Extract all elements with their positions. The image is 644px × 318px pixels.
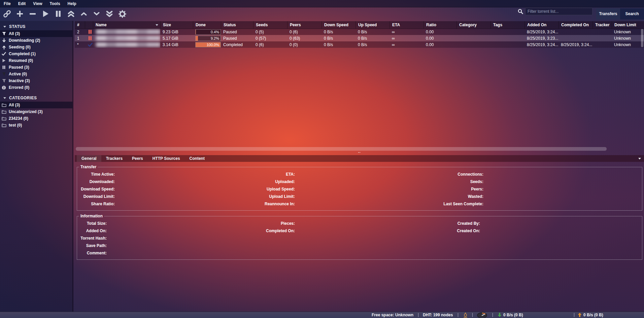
download-speed-text: 0 B/s (0 B) xyxy=(503,313,523,317)
sidebar-status-errored-0[interactable]: Errored (0) xyxy=(0,84,72,91)
column-header-state[interactable] xyxy=(85,21,93,29)
sidebar-status-completed-1[interactable]: Completed (1) xyxy=(0,50,72,57)
menu-bar: FileEditViewToolsHelp xyxy=(0,0,644,7)
column-header-label: Down Limit xyxy=(614,23,636,27)
column-header-label: Done xyxy=(196,23,206,27)
double-chevron-down-icon xyxy=(106,10,113,17)
sidebar-category-234234-0[interactable]: 234234 (0) xyxy=(0,115,72,122)
top-priority-button[interactable] xyxy=(67,9,75,18)
column-header-down-limit[interactable]: Down Limit xyxy=(612,21,644,29)
detail-tab-content[interactable]: Content xyxy=(185,155,209,162)
sidebar-category-all-3[interactable]: All (3) xyxy=(0,102,72,108)
bottom-priority-button[interactable] xyxy=(105,9,114,18)
sidebar-item-label: Resumed (0) xyxy=(9,58,33,63)
increase-priority-button[interactable] xyxy=(79,9,88,18)
column-header-up-speed[interactable]: Up Speed xyxy=(355,21,389,29)
column-header-seeds[interactable]: Seeds xyxy=(253,21,287,29)
field-label: Uploaded: xyxy=(255,179,295,184)
global-upload-speed[interactable]: 0 B/s (0 B) xyxy=(578,313,603,317)
sidebar-item-label: Downloading (2) xyxy=(9,38,40,43)
menu-edit[interactable]: Edit xyxy=(14,1,30,7)
field-label: Download Speed: xyxy=(77,187,115,191)
column-header-[interactable]: # xyxy=(75,21,85,29)
column-header-down-speed[interactable]: Down Speed xyxy=(321,21,355,29)
torrent-row[interactable]: *3.14 GiB100.0%Completed0 (6)0 (0)0 B/s0… xyxy=(75,41,644,48)
column-header-done[interactable]: Done xyxy=(193,21,221,29)
column-header-completed-on[interactable]: Completed On xyxy=(558,21,592,29)
field-label: Wasted: xyxy=(443,194,483,199)
menu-file[interactable]: File xyxy=(0,1,14,7)
detail-tab-trackers[interactable]: Trackers xyxy=(101,155,127,162)
folder-icon xyxy=(1,123,6,128)
add-torrent-button[interactable] xyxy=(15,9,24,18)
pause-icon xyxy=(54,10,62,18)
information-legend: Information xyxy=(79,214,104,218)
decrease-priority-button[interactable] xyxy=(92,9,101,18)
column-header-label: Completed On xyxy=(561,23,589,27)
chevron-down-icon xyxy=(93,10,100,17)
column-header-label: Size xyxy=(163,23,171,27)
global-download-speed[interactable]: 0 B/s (0 B) xyxy=(498,313,523,317)
filter-torrent-input[interactable] xyxy=(525,8,592,15)
menu-tools[interactable]: Tools xyxy=(46,1,64,7)
column-header-ratio[interactable]: Ratio xyxy=(423,21,456,29)
torrent-table-header: #NameSizeDoneStatusSeedsPeersDown SpeedU… xyxy=(75,21,644,29)
field-label: Save Path: xyxy=(77,243,107,248)
resume-button[interactable] xyxy=(41,9,50,18)
sidebar-item-label: Uncategorized (3) xyxy=(9,109,43,114)
detail-tabs: GeneralTrackersPeersHTTP SourcesContent xyxy=(75,155,644,162)
connection-status-button[interactable] xyxy=(463,312,468,318)
column-header-status[interactable]: Status xyxy=(221,21,253,29)
sidebar-category-test-0[interactable]: test (0) xyxy=(0,122,72,129)
field-label: Created On: xyxy=(443,228,480,233)
field-label: Share Ratio: xyxy=(77,202,115,206)
column-header-added-on[interactable]: Added On xyxy=(524,21,558,29)
torrent-table: 29.23 GiB0.4%Paused0 (5)0 (6)0 B/s0 B/s∞… xyxy=(75,29,644,48)
vertical-scrollbar[interactable] xyxy=(641,29,643,47)
tab-search[interactable]: Search xyxy=(620,8,644,20)
detail-tab-http-sources[interactable]: HTTP Sources xyxy=(148,155,185,162)
horizontal-scrollbar[interactable] xyxy=(76,147,607,151)
column-header-eta[interactable]: ETA xyxy=(389,21,423,29)
arrow-down-icon xyxy=(1,38,6,43)
collapse-triangle-icon xyxy=(3,97,6,99)
status-section-header[interactable]: STATUS xyxy=(0,23,72,30)
sidebar-status-downloading-2[interactable]: Downloading (2) xyxy=(0,37,72,44)
torrent-row[interactable]: 29.23 GiB0.4%Paused0 (5)0 (6)0 B/s0 B/s∞… xyxy=(75,29,644,35)
play-icon xyxy=(1,59,6,63)
sidebar-status-resumed-0[interactable]: Resumed (0) xyxy=(0,57,72,64)
pane-splitter-handle[interactable] xyxy=(358,151,361,153)
menu-help[interactable]: Help xyxy=(64,1,80,7)
sidebar-status-seeding-0[interactable]: Seeding (0) xyxy=(0,44,72,50)
pause-button[interactable] xyxy=(54,9,63,18)
sidebar: STATUS All (3)Downloading (2)Seeding (0)… xyxy=(0,21,73,312)
sidebar-status-all-3[interactable]: All (3) xyxy=(0,30,72,37)
column-header-name[interactable]: Name xyxy=(93,21,160,29)
sidebar-item-label: Errored (0) xyxy=(9,85,29,90)
add-link-button[interactable] xyxy=(3,9,11,18)
column-header-peers[interactable]: Peers xyxy=(287,21,321,29)
column-header-tracker[interactable]: Tracker xyxy=(592,21,612,29)
sidebar-status-active-0[interactable]: Active (0) xyxy=(0,71,72,77)
menu-view[interactable]: View xyxy=(29,1,46,7)
tab-transfers[interactable]: Transfers xyxy=(596,8,620,20)
progress-fill xyxy=(196,36,198,41)
delete-button[interactable] xyxy=(28,9,37,18)
detail-tabs-chevron-icon[interactable] xyxy=(638,158,641,160)
torrent-name-redacted xyxy=(96,42,160,47)
detail-tab-peers[interactable]: Peers xyxy=(127,155,148,162)
chevron-up-icon xyxy=(80,10,87,17)
detail-tab-general[interactable]: General xyxy=(77,155,101,162)
categories-section-header[interactable]: CATEGORIES xyxy=(0,94,72,102)
alt-speed-limits-button[interactable] xyxy=(477,312,487,318)
sidebar-item-label: Seeding (0) xyxy=(9,45,31,49)
sidebar-category-uncategorized-3[interactable]: Uncategorized (3) xyxy=(0,108,72,115)
sidebar-status-inactive-3[interactable]: Inactive (3) xyxy=(0,77,72,84)
sidebar-status-paused-3[interactable]: Paused (3) xyxy=(0,64,72,71)
settings-button[interactable] xyxy=(118,9,127,18)
torrent-row[interactable]: 15.17 GiB9.2%Paused0 (57)0 (63)0 B/s0 B/… xyxy=(75,35,644,41)
column-header-tags[interactable]: Tags xyxy=(490,21,524,29)
column-header-size[interactable]: Size xyxy=(160,21,193,29)
column-header-category[interactable]: Category xyxy=(456,21,490,29)
field-label: Comment: xyxy=(77,251,107,255)
